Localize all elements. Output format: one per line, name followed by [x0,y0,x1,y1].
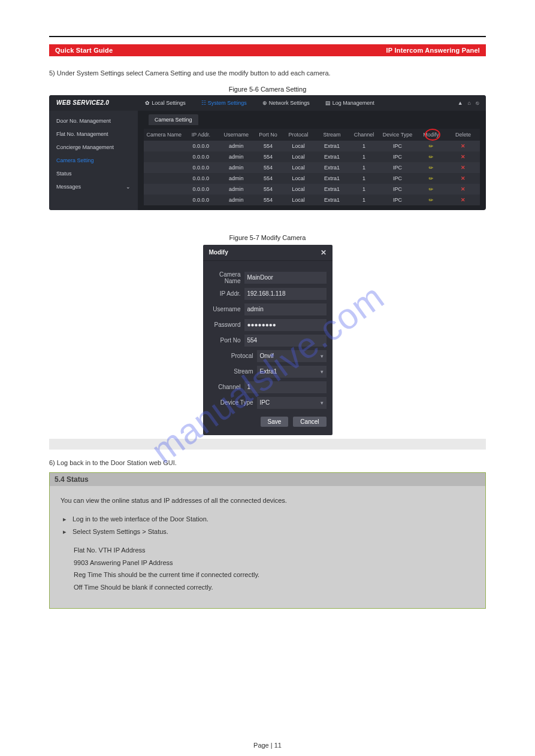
username-label: Username [209,306,241,312]
status-offtime-line: Off Time Should be blank if connected co… [74,581,474,594]
status-step-1: ▸ Log in to the web interface of the Doo… [61,513,474,526]
pencil-icon[interactable]: ✎ [427,174,435,182]
delete-icon[interactable]: ✕ [461,165,466,171]
col-delete: Delete [446,129,480,141]
col-protocal: Protocal [282,129,315,141]
status-flat-line: Flat No. VTH IP Address [74,544,474,557]
col-port: Port No [255,129,282,141]
table-row: 0.0.0.0admin554LocalExtra11IPC✎✕ [144,162,480,173]
password-label: Password [209,321,241,328]
step-5-text: 5) Under System Settings select Camera S… [49,68,486,78]
nav-local-settings[interactable]: ✿ Local Settings [143,99,188,107]
sidebar-item-status[interactable]: Status [49,167,138,180]
status-heading: 5.4 Status [50,473,485,486]
device-type-select[interactable]: IPC ▾ [257,397,327,409]
gear-icon: ✿ [145,100,150,106]
table-row: 0.0.0.0admin554LocalExtra11IPC✎✕ [144,195,480,205]
doc-title: Quick Start Guide [55,47,113,54]
globe-icon: ⊕ [262,100,267,106]
step-bullet-icon: ▸ [61,526,69,538]
delete-icon[interactable]: ✕ [461,197,466,203]
pencil-icon[interactable]: ✎ [427,196,435,204]
col-modify: Modify [416,129,446,141]
pencil-icon[interactable]: ✎ [427,185,435,193]
password-input[interactable] [244,319,327,331]
camera-name-input[interactable] [244,272,327,284]
port-input[interactable] [244,335,327,347]
caret-down-icon: ▾ [321,400,324,406]
status-regtime-line: Reg Time This should be the current time… [74,569,474,581]
step-6-text: 6) Log back in to the Door Station web G… [49,458,486,468]
stream-select[interactable]: Extra1 ▾ [257,366,327,378]
table-row: 0.0.0.0admin554LocalExtra11IPC✎✕ [144,141,480,151]
top-rule [49,36,486,37]
modal-title: Modify [209,249,228,256]
app-body: Door No. Management Flat No. Management … [49,111,486,210]
app-sidebar: Door No. Management Flat No. Management … [49,111,138,210]
device-type-label: Device Type [209,399,253,406]
username-input[interactable] [244,303,327,315]
delete-icon[interactable]: ✕ [461,154,466,160]
sidebar-item-messages[interactable]: Messages ⌄ [49,180,138,193]
nav-system-settings[interactable]: ☷ System Settings [199,99,249,107]
delete-icon[interactable]: ✕ [461,143,466,149]
status-9903-line: 9903 Answering Panel IP Address [74,557,474,569]
home-icon[interactable]: ⌂ [468,100,471,106]
modify-modal: Modify ✕ Camera Name IP Addr. Username P… [203,245,333,435]
figure-5-7-caption: Figure 5-7 Modify Camera [0,234,535,241]
caret-down-icon: ▾ [321,369,324,375]
logout-icon[interactable]: ⎋ [476,100,479,106]
sidebar-item-concierge[interactable]: Concierge Management [49,141,138,154]
delete-icon[interactable]: ✕ [461,175,466,181]
user-icon[interactable]: ▲ [458,100,463,106]
modal-header: Modify ✕ [203,245,333,261]
nav-log-management[interactable]: ▤ Log Management [323,99,377,107]
delete-icon[interactable]: ✕ [461,186,466,192]
figure-5-6-caption: Figure 5-6 Camera Setting [0,86,535,93]
app-brand: WEB SERVICE2.0 [56,99,109,106]
channel-input[interactable] [244,381,327,393]
pencil-icon[interactable]: ✎ [427,163,435,171]
stream-label: Stream [209,368,253,375]
protocal-select[interactable]: Onvif ▾ [257,350,327,362]
sidebar-item-camera-setting[interactable]: Camera Setting [49,154,138,167]
protocal-label: Protocal [209,353,253,359]
app-top-nav: WEB SERVICE2.0 ✿ Local Settings ☷ System… [49,95,486,111]
table-row: 0.0.0.0admin554LocalExtra11IPC✎✕ [144,151,480,162]
step-bullet-icon: ▸ [61,513,69,526]
sidebar-item-flat-no[interactable]: Flat No. Management [49,127,138,141]
chevron-down-icon: ⌄ [126,184,131,190]
table-row: 0.0.0.0admin554LocalExtra11IPC✎✕ [144,184,480,195]
nav-network-settings[interactable]: ⊕ Network Settings [260,99,312,107]
col-device-type: Device Type [379,129,416,141]
tab-camera-setting[interactable]: Camera Setting [149,114,198,125]
channel-label: Channel [209,384,241,390]
col-stream: Stream [315,129,349,141]
clipboard-icon: ▤ [325,100,331,106]
status-step-2: ▸ Select System Settings > Status. [61,526,474,538]
ip-input[interactable] [244,288,327,300]
table-row: 0.0.0.0admin554LocalExtra11IPC✎✕ [144,173,480,184]
caret-down-icon: ▾ [321,353,324,359]
pencil-icon[interactable]: ✎ [427,142,435,150]
doc-subtitle: IP Intercom Answering Panel [386,47,480,54]
pencil-icon[interactable]: ✎ [427,153,435,160]
sliders-icon: ☷ [201,100,206,106]
app-content: Camera Setting Camera Name IP Addr. User… [138,111,486,210]
col-camera-name: Camera Name [144,129,184,141]
col-channel: Channel [349,129,379,141]
camera-table: Camera Name IP Addr. Username Port No Pr… [144,129,480,205]
status-panel: 5.4 Status You can view the online statu… [49,472,486,609]
page-footer: Page | 11 [0,742,535,749]
cancel-button[interactable]: Cancel [293,417,326,427]
save-button[interactable]: Save [261,417,289,427]
ip-label: IP Addr. [209,290,241,297]
camera-setting-screenshot: WEB SERVICE2.0 ✿ Local Settings ☷ System… [49,95,486,210]
close-icon[interactable]: ✕ [321,248,327,257]
camera-table-head-row: Camera Name IP Addr. Username Port No Pr… [144,129,480,141]
red-header-bar: Quick Start Guide IP Intercom Answering … [49,44,486,56]
col-ip: IP Addr. [184,129,217,141]
status-intro: You can view the online status and IP ad… [61,494,474,507]
camera-name-label: Camera Name [209,271,241,284]
sidebar-item-door-no[interactable]: Door No. Management [49,114,138,127]
